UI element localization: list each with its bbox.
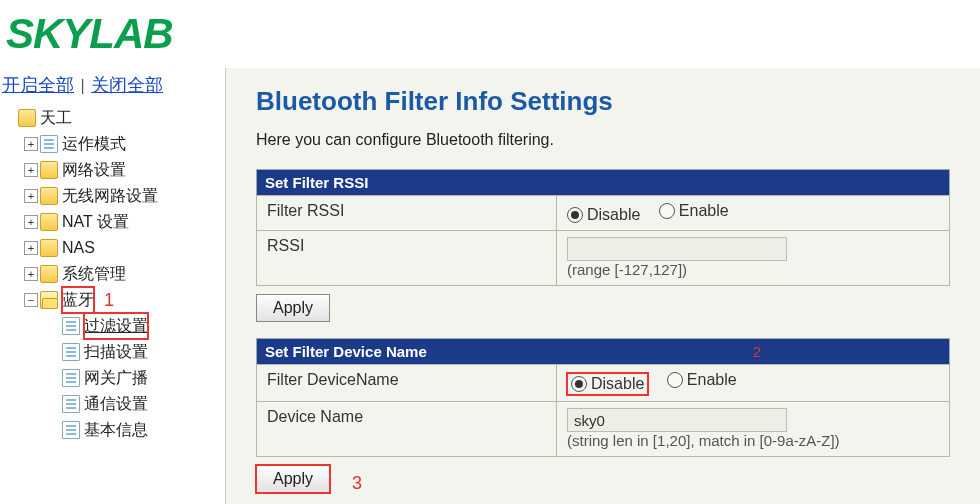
filter-rssi-section: Set Filter RSSI Filter RSSI Disable Enab… xyxy=(256,169,950,286)
devname-value-cell: (string len in [1,20], match in [0-9a-zA… xyxy=(557,402,950,457)
folder-icon xyxy=(40,213,58,231)
tree-label: 系统管理 xyxy=(62,261,126,287)
rssi-label: RSSI xyxy=(257,231,557,286)
page-icon xyxy=(40,135,58,153)
tree-item-sysmgmt[interactable]: + 系统管理 xyxy=(2,261,223,287)
tree-item-wireless[interactable]: + 无线网路设置 xyxy=(2,183,223,209)
radio-icon xyxy=(659,203,675,219)
radio-disable[interactable]: Disable xyxy=(567,373,648,395)
section-header: Set Filter RSSI xyxy=(257,170,950,196)
separator: | xyxy=(78,77,86,94)
open-all-link[interactable]: 开启全部 xyxy=(2,75,74,95)
tree-item-bt-scan[interactable]: 扫描设置 xyxy=(2,339,223,365)
radio-enable[interactable]: Enable xyxy=(659,202,729,220)
apply-rssi-button[interactable]: Apply xyxy=(256,294,330,322)
tree-label: NAS xyxy=(62,235,95,261)
page-icon xyxy=(62,343,80,361)
page-subtitle: Here you can configure Bluetooth filteri… xyxy=(256,131,950,149)
filter-rssi-label: Filter RSSI xyxy=(257,196,557,231)
page-icon xyxy=(62,395,80,413)
filter-rssi-options: Disable Enable xyxy=(557,196,950,231)
expand-icon[interactable]: + xyxy=(24,137,38,151)
tree-item-bt-gateway[interactable]: 网关广播 xyxy=(2,365,223,391)
nav-tree: 天工 + 运作模式 + 网络设置 + 无线网路设置 + NAT 设置 xyxy=(2,105,223,443)
folder-icon xyxy=(40,239,58,257)
tree-toggle-links: 开启全部 | 关闭全部 xyxy=(2,72,223,99)
filter-devname-options: Disable Enable xyxy=(557,365,950,402)
folder-icon xyxy=(40,265,58,283)
folder-icon xyxy=(40,187,58,205)
radio-disable[interactable]: Disable xyxy=(567,206,640,224)
tree-item-bt-comm[interactable]: 通信设置 xyxy=(2,391,223,417)
main-content: Bluetooth Filter Info Settings Here you … xyxy=(225,68,980,504)
devname-label: Device Name xyxy=(257,402,557,457)
close-all-link[interactable]: 关闭全部 xyxy=(91,75,163,95)
tree-label: 网关广播 xyxy=(84,365,148,391)
expand-icon[interactable]: + xyxy=(24,163,38,177)
expand-icon[interactable]: + xyxy=(24,189,38,203)
radio-label: Enable xyxy=(687,371,737,389)
tree-label: 无线网路设置 xyxy=(62,183,158,209)
tree-label: 运作模式 xyxy=(62,131,126,157)
annotation-3: 3 xyxy=(330,473,362,494)
collapse-icon[interactable]: − xyxy=(24,293,38,307)
tree-label: NAT 设置 xyxy=(62,209,129,235)
tree-item-nas[interactable]: + NAS xyxy=(2,235,223,261)
page-icon xyxy=(62,421,80,439)
rssi-value-cell: (range [-127,127]) xyxy=(557,231,950,286)
radio-icon xyxy=(667,372,683,388)
section-header-text: Set Filter Device Name xyxy=(265,343,427,360)
expand-icon[interactable]: + xyxy=(24,267,38,281)
sidebar: 开启全部 | 关闭全部 天工 + 运作模式 + 网络设置 + xyxy=(0,68,225,504)
tree-label: 基本信息 xyxy=(84,417,148,443)
radio-enable[interactable]: Enable xyxy=(667,371,737,389)
expand-icon xyxy=(46,397,60,411)
folder-icon xyxy=(18,109,36,127)
expand-icon xyxy=(46,319,60,333)
expand-icon[interactable]: + xyxy=(24,241,38,255)
radio-label: Disable xyxy=(591,375,644,393)
expand-icon xyxy=(46,371,60,385)
tree-label: 天工 xyxy=(40,105,72,131)
tree-item-bt-basic[interactable]: 基本信息 xyxy=(2,417,223,443)
page-title: Bluetooth Filter Info Settings xyxy=(256,86,950,117)
tree-item-bluetooth[interactable]: − 蓝牙 1 xyxy=(2,287,223,313)
rssi-input[interactable] xyxy=(567,237,787,261)
logo-area: SKYLAB xyxy=(0,0,980,68)
devname-hint: (string len in [1,20], match in [0-9a-zA… xyxy=(567,432,840,449)
rssi-hint: (range [-127,127]) xyxy=(567,261,687,278)
tree-label: 通信设置 xyxy=(84,391,148,417)
page-icon xyxy=(62,369,80,387)
logo-text: SKYLAB xyxy=(6,10,173,57)
expand-icon xyxy=(46,423,60,437)
radio-icon xyxy=(571,376,587,392)
radio-icon xyxy=(567,207,583,223)
filter-devname-label: Filter DeviceName xyxy=(257,365,557,402)
expand-icon xyxy=(2,111,16,125)
tree-label: 网络设置 xyxy=(62,157,126,183)
radio-label: Enable xyxy=(679,202,729,220)
tree-item-bt-filter[interactable]: 过滤设置 xyxy=(2,313,223,339)
tree-label: 蓝牙 xyxy=(62,287,94,313)
tree-root[interactable]: 天工 xyxy=(2,105,223,131)
apply-devname-button[interactable]: Apply xyxy=(256,465,330,493)
devname-input[interactable] xyxy=(567,408,787,432)
tree-label: 扫描设置 xyxy=(84,339,148,365)
tree-item-mode[interactable]: + 运作模式 xyxy=(2,131,223,157)
expand-icon[interactable]: + xyxy=(24,215,38,229)
folder-open-icon xyxy=(40,291,58,309)
tree-item-nat[interactable]: + NAT 设置 xyxy=(2,209,223,235)
tree-item-network[interactable]: + 网络设置 xyxy=(2,157,223,183)
radio-label: Disable xyxy=(587,206,640,224)
annotation-2: 2 xyxy=(753,343,941,360)
section-header: Set Filter Device Name 2 xyxy=(257,339,950,365)
annotation-1: 1 xyxy=(94,287,114,313)
expand-icon xyxy=(46,345,60,359)
folder-icon xyxy=(40,161,58,179)
filter-devname-section: Set Filter Device Name 2 Filter DeviceNa… xyxy=(256,338,950,457)
tree-label: 过滤设置 xyxy=(84,313,148,339)
page-icon xyxy=(62,317,80,335)
